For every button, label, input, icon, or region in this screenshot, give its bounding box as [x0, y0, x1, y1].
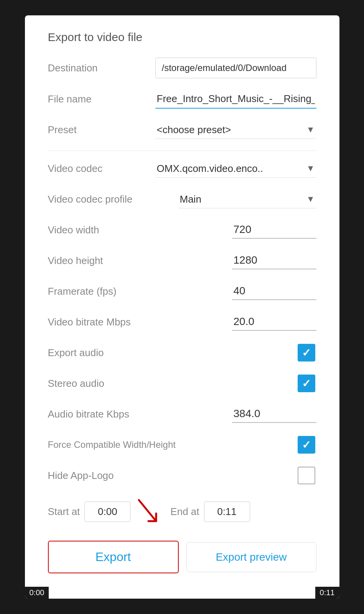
framerate-label: Framerate (fps) — [48, 286, 178, 297]
video-codec-profile-row: Video codec profile Main ▼ — [48, 189, 316, 209]
export-audio-checkbox[interactable] — [298, 344, 315, 361]
svg-line-0 — [139, 500, 156, 521]
buttons-row: Export Export preview — [48, 541, 316, 573]
preset-select-wrapper: <choose preset> ▼ — [155, 121, 316, 139]
force-compatible-row: Force Compatible Width/Height — [48, 435, 316, 455]
preset-label: Preset — [48, 124, 155, 136]
audio-bitrate-row: Audio bitrate Kbps — [48, 404, 316, 424]
export-audio-row: Export audio — [48, 343, 316, 363]
video-codec-profile-label: Video codec profile — [48, 193, 178, 205]
destination-input[interactable] — [155, 58, 316, 78]
file-name-input[interactable] — [155, 90, 316, 109]
preset-row: Preset <choose preset> ▼ — [48, 120, 316, 140]
video-height-label: Video height — [48, 255, 178, 267]
destination-label: Destination — [48, 62, 155, 74]
hide-app-logo-checkbox[interactable] — [298, 467, 315, 484]
destination-row: Destination — [48, 58, 316, 78]
export-button[interactable]: Export — [48, 541, 179, 573]
video-bitrate-label: Video bitrate Mbps — [48, 316, 178, 328]
export-dialog: Export to video file Destination File na… — [25, 15, 339, 599]
file-name-row: File name — [48, 89, 316, 109]
arrow-annotation — [135, 496, 166, 527]
divider-1 — [48, 150, 316, 151]
video-width-input[interactable] — [232, 221, 316, 239]
framerate-row: Framerate (fps) — [48, 281, 316, 301]
force-compatible-checkbox-wrapper[interactable] — [296, 435, 316, 455]
stereo-audio-row: Stereo audio — [48, 373, 316, 393]
video-codec-profile-select[interactable]: Main — [178, 190, 316, 208]
stereo-audio-checkbox-wrapper[interactable] — [296, 373, 316, 393]
start-end-row: Start at End at — [48, 496, 316, 527]
video-height-input[interactable] — [232, 252, 316, 269]
video-codec-profile-select-wrapper: Main ▼ — [178, 190, 316, 208]
red-arrow-icon — [135, 496, 166, 527]
status-bar-right: 0:11 — [315, 587, 339, 599]
preset-select[interactable]: <choose preset> — [155, 121, 316, 139]
video-codec-select-wrapper: OMX.qcom.video.enco.. ▼ — [155, 160, 316, 178]
video-codec-select[interactable]: OMX.qcom.video.enco.. — [155, 160, 316, 178]
video-width-label: Video width — [48, 224, 178, 236]
hide-app-logo-label: Hide App-Logo — [48, 470, 178, 482]
force-compatible-label: Force Compatible Width/Height — [48, 439, 176, 450]
start-at-input[interactable] — [84, 502, 130, 522]
export-preview-button[interactable]: Export preview — [186, 542, 316, 572]
page-title: Export to video file — [48, 31, 316, 44]
video-height-row: Video height — [48, 251, 316, 271]
audio-bitrate-input[interactable] — [232, 405, 316, 423]
status-bar-left: 0:00 — [25, 587, 49, 599]
framerate-input[interactable] — [232, 282, 316, 300]
end-at-input[interactable] — [204, 502, 250, 522]
video-codec-row: Video codec OMX.qcom.video.enco.. ▼ — [48, 158, 316, 178]
export-audio-label: Export audio — [48, 347, 178, 359]
video-bitrate-row: Video bitrate Mbps — [48, 312, 316, 332]
start-at-label: Start at — [48, 506, 80, 518]
hide-app-logo-checkbox-wrapper[interactable] — [296, 465, 316, 485]
file-name-label: File name — [48, 93, 155, 105]
video-bitrate-input[interactable] — [232, 313, 316, 331]
force-compatible-checkbox[interactable] — [298, 436, 315, 454]
end-at-label: End at — [170, 506, 199, 518]
audio-bitrate-label: Audio bitrate Kbps — [48, 408, 178, 420]
stereo-audio-checkbox[interactable] — [298, 375, 315, 392]
video-width-row: Video width — [48, 220, 316, 240]
video-codec-label: Video codec — [48, 163, 155, 175]
stereo-audio-label: Stereo audio — [48, 378, 178, 390]
hide-app-logo-row: Hide App-Logo — [48, 465, 316, 485]
export-audio-checkbox-wrapper[interactable] — [296, 343, 316, 363]
